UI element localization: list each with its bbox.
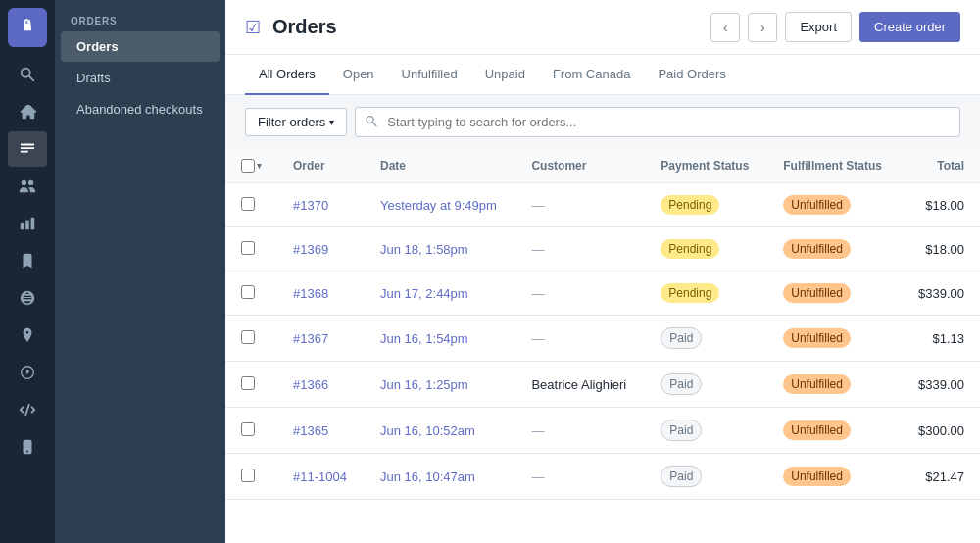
tab-paid-orders[interactable]: Paid Orders (644, 55, 739, 95)
row-checkbox-2[interactable] (241, 285, 255, 299)
date-cell-6: Jun 16, 10:47am (365, 454, 515, 500)
total-cell-1: $18.00 (901, 227, 980, 272)
total-cell-0: $18.00 (901, 183, 980, 227)
payment-status-cell-2: Pending (645, 272, 767, 316)
search-input[interactable] (355, 107, 960, 137)
table-header-row: ▾ Order Date Customer Payment Status Ful… (225, 149, 980, 183)
col-header-date[interactable]: Date (365, 149, 515, 183)
date-cell-0: Yesterday at 9:49pm (365, 183, 515, 227)
date-cell-1: Jun 18, 1:58pm (365, 227, 515, 272)
fulfillment-badge-3: Unfulfilled (783, 328, 851, 348)
tabs-bar: All Orders Open Unfulfilled Unpaid From … (225, 55, 980, 95)
header-actions: ‹ › Export Create order (710, 12, 960, 42)
order-link-4[interactable]: #1366 (293, 377, 328, 392)
fulfillment-badge-4: Unfulfilled (783, 374, 851, 394)
fulfillment-status-cell-0: Unfulfilled (767, 183, 901, 227)
table-row: #1370 Yesterday at 9:49pm — Pending Unfu… (225, 183, 980, 227)
date-cell-4: Jun 16, 1:25pm (365, 362, 515, 408)
search-icon-btn[interactable] (8, 57, 47, 92)
col-header-total: Total (901, 149, 980, 183)
customer-cell-0: — (515, 183, 645, 227)
payment-badge-5: Paid (661, 420, 702, 441)
order-link-2[interactable]: #1368 (293, 286, 328, 301)
total-cell-4: $339.00 (901, 362, 980, 408)
total-cell-5: $300.00 (901, 408, 980, 454)
orders-table-container: ▾ Order Date Customer Payment Status Ful… (225, 149, 980, 543)
date-cell-3: Jun 16, 1:54pm (365, 316, 515, 362)
export-button[interactable]: Export (785, 12, 852, 42)
fulfillment-badge-0: Unfulfilled (783, 195, 851, 215)
order-link-3[interactable]: #1367 (293, 331, 328, 346)
payment-badge-1: Pending (661, 239, 719, 259)
payment-status-cell-3: Paid (645, 316, 767, 362)
table-row: #1369 Jun 18, 1:58pm — Pending Unfulfill… (225, 227, 980, 272)
order-number-cell-1: #1369 (277, 227, 365, 272)
select-all-chevron[interactable]: ▾ (257, 161, 262, 171)
prev-button[interactable]: ‹ (710, 13, 740, 42)
total-cell-3: $1.13 (901, 316, 980, 362)
sidebar-item-abandoned[interactable]: Abandoned checkouts (61, 94, 220, 124)
row-checkbox-6[interactable] (241, 469, 255, 482)
create-order-button[interactable]: Create order (859, 12, 960, 42)
row-checkbox-3[interactable] (241, 330, 255, 344)
customers-icon-btn[interactable] (8, 169, 47, 204)
tab-all-orders[interactable]: All Orders (245, 55, 329, 95)
orders-icon-btn[interactable] (8, 131, 47, 167)
order-link-0[interactable]: #1370 (293, 198, 328, 213)
payment-badge-6: Paid (661, 466, 702, 487)
table-row: #1367 Jun 16, 1:54pm — Paid Unfulfilled … (225, 316, 980, 362)
row-checkbox-cell-2 (225, 272, 277, 316)
tab-from-canada[interactable]: From Canada (539, 55, 644, 95)
customer-cell-1: — (515, 227, 645, 272)
customer-cell-4: Beatrice Alighieri (515, 362, 645, 408)
table-row: #1366 Jun 16, 1:25pm Beatrice Alighieri … (225, 362, 980, 408)
fulfillment-status-cell-3: Unfulfilled (767, 316, 901, 362)
row-checkbox-0[interactable] (241, 197, 255, 211)
date-cell-2: Jun 17, 2:44pm (365, 272, 515, 316)
total-cell-2: $339.00 (901, 272, 980, 316)
order-number-cell-4: #1366 (277, 362, 365, 408)
code-icon-btn[interactable] (8, 392, 47, 427)
order-link-1[interactable]: #1369 (293, 242, 328, 257)
customer-cell-5: — (515, 408, 645, 454)
payment-status-cell-6: Paid (645, 454, 767, 500)
nav-panel: Orders Orders Drafts Abandoned checkouts (55, 0, 225, 543)
row-checkbox-cell-3 (225, 316, 277, 362)
sidebar-item-orders[interactable]: Orders (61, 31, 220, 62)
row-checkbox-1[interactable] (241, 241, 255, 255)
orders-header-icon: ☑ (245, 17, 261, 38)
shopify-logo[interactable] (8, 8, 47, 47)
search-icon (365, 114, 378, 130)
marketing-icon-btn[interactable] (8, 243, 47, 278)
globe-icon-btn[interactable] (8, 280, 47, 316)
col-header-order: Order (277, 149, 365, 183)
home-icon-btn[interactable] (8, 94, 47, 129)
order-number-cell-2: #1368 (277, 272, 365, 316)
mobile-icon-btn[interactable] (8, 429, 47, 465)
analytics-icon-btn[interactable] (8, 206, 47, 241)
sidebar-item-drafts[interactable]: Drafts (61, 63, 220, 93)
filter-chevron-icon: ▾ (329, 117, 334, 127)
tab-open[interactable]: Open (329, 55, 388, 95)
select-all-checkbox[interactable] (241, 159, 255, 173)
table-row: #11-1004 Jun 16, 10:47am — Paid Unfulfil… (225, 454, 980, 500)
order-link-6[interactable]: #11-1004 (293, 469, 347, 484)
order-link-5[interactable]: #1365 (293, 423, 328, 438)
row-checkbox-4[interactable] (241, 376, 255, 390)
page-header: ☑ Orders ‹ › Export Create order (225, 0, 980, 55)
pinterest-icon-btn[interactable] (8, 355, 47, 390)
nav-section-title: Orders (55, 8, 225, 30)
tab-unpaid[interactable]: Unpaid (471, 55, 539, 95)
tab-unfulfilled[interactable]: Unfulfilled (388, 55, 471, 95)
filter-button[interactable]: Filter orders ▾ (245, 108, 347, 136)
customer-cell-6: — (515, 454, 645, 500)
fulfillment-badge-6: Unfulfilled (783, 467, 851, 486)
payment-status-cell-1: Pending (645, 227, 767, 272)
order-number-cell-0: #1370 (277, 183, 365, 227)
next-button[interactable]: › (748, 13, 777, 42)
location-icon-btn[interactable] (8, 318, 47, 353)
row-checkbox-cell-6 (225, 454, 277, 500)
order-number-cell-3: #1367 (277, 316, 365, 362)
row-checkbox-5[interactable] (241, 422, 255, 436)
search-wrapper (355, 107, 960, 137)
